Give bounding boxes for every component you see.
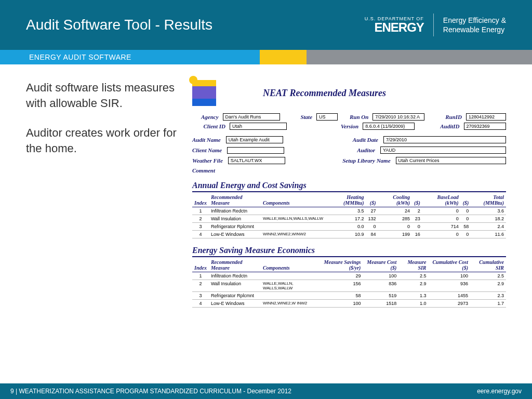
ribbon: ENERGY AUDIT SOFTWARE [0,50,532,64]
section-economics: Energy Saving Measure Economics IndexRec… [192,246,506,308]
divider [433,14,434,36]
meta-row-4: Client Name Auditor YAUD [192,147,506,154]
meta-row-2: Client ID Utah Version 8.6.0.4 (11/9/200… [192,123,506,130]
footer-right: eere.energy.gov [477,388,522,395]
slide-header: Audit Software Tool - Results U.S. DEPAR… [0,0,532,50]
table-row: 3Refrigerator Rplcmnt0.0000714582.4 [192,223,506,231]
table-row: 4Low-E WindowsWINN2,WINE2,WINW210.984199… [192,231,506,238]
section-savings: Annual Energy and Cost Savings IndexReco… [192,181,506,238]
wap-logo-icon [192,80,216,106]
table-row: 2Wall InsulationWALLE,WALLN, WALLS,WALLW… [192,280,506,292]
body-text: Audit software lists measures with allow… [26,80,177,308]
body-p1: Audit software lists measures with allow… [26,80,177,111]
page-title: Audit Software Tool - Results [26,17,365,33]
table-row: 1Infiltration Redctn3.527242003.6 [192,207,506,215]
table-row: 3Refrigerator Rplcmnt585191.314552.3 [192,292,506,300]
table-row: 2Wall InsulationWALLE,WALLN,WALLS,WALLW1… [192,215,506,223]
savings-table: IndexRecommended MeasureComponentsHeatin… [192,193,506,238]
report-title: NEAT Recommended Measures [263,88,386,99]
ribbon-text: ENERGY AUDIT SOFTWARE [0,50,260,64]
content: Audit software lists measures with allow… [0,64,532,308]
body-p2: Auditor creates work order for the home. [26,125,177,156]
meta-row-1: Agency Dan's Audit Runs State US Run On … [192,113,506,121]
doe-big-text: ENERGY [365,21,424,34]
report: NEAT Recommended Measures Agency Dan's A… [192,80,506,308]
ribbon-yellow [260,50,307,64]
ribbon-gray [307,50,532,64]
table-row: 4Low-E WindowsWINN2,WINE2,W INW210015181… [192,300,506,308]
economics-table: IndexRecommended MeasureComponentsMeasur… [192,258,506,308]
footer-left: 9 | WEATHERIZATION ASSISTANCE PROGRAM ST… [10,388,291,395]
doe-logo-block: U.S. DEPARTMENT OF ENERGY Energy Efficie… [365,14,506,36]
eere-text: Energy Efficiency & Renewable Energy [443,16,506,34]
meta-row-3: Audit Name Utah Example Audit Audit Date… [192,136,506,143]
footer: 9 | WEATHERIZATION ASSISTANCE PROGRAM ST… [0,383,532,399]
meta-row-5: Weather File SALTLAUT.WX Setup Library N… [192,157,506,164]
table-row: 1Infiltration Redctn291002.51002.5 [192,272,506,280]
meta-row-6: Comment [192,167,506,174]
